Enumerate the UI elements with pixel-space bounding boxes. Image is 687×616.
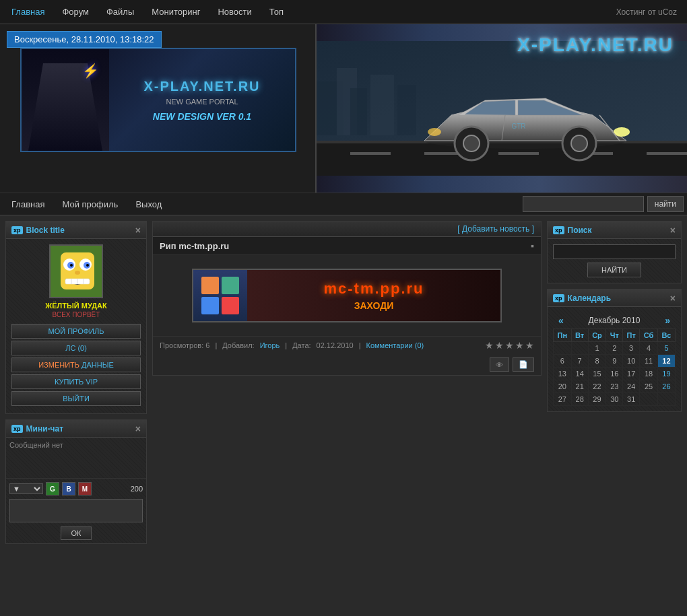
messages-button[interactable]: ЛС (0) <box>11 341 141 355</box>
banner-logo-left <box>193 270 247 321</box>
calendar-day-cell[interactable]: 23 <box>606 380 623 393</box>
search-block-input[interactable] <box>553 244 676 259</box>
sec-nav-logout[interactable]: Выход <box>127 195 170 214</box>
search-input[interactable] <box>523 196 644 212</box>
svg-rect-12 <box>647 152 687 155</box>
svg-rect-36 <box>201 297 219 314</box>
calendar-day-cell[interactable]: 1 <box>588 342 606 355</box>
sec-nav-profile[interactable]: Мой профиль <box>54 195 126 214</box>
chat-ok-button[interactable]: ОК <box>61 526 92 540</box>
sec-nav-home[interactable]: Главная <box>3 195 53 214</box>
left-sidebar: xp Block title × <box>5 221 147 549</box>
search-title-area: xp Поиск <box>553 226 592 235</box>
calendar-day-cell[interactable]: 11 <box>640 355 658 368</box>
chat-language-select[interactable]: ▼ <box>9 483 43 494</box>
calendar-day-cell[interactable]: 28 <box>571 393 588 406</box>
profile-block-content: ЖЁЛТЫЙ МУДАК ВСЕХ ПОРВЁТ МОЙ ПРОФИЛЬ ЛС … <box>6 239 146 413</box>
star-1[interactable]: ★ <box>485 340 494 351</box>
news-edit-button[interactable]: 📄 <box>513 357 534 372</box>
calendar-day-cell[interactable]: 8 <box>588 355 606 368</box>
calendar-close-button[interactable]: × <box>670 293 676 304</box>
calendar-day-cell[interactable]: 25 <box>640 380 658 393</box>
cal-header-mon: Пн <box>554 329 572 342</box>
banner-call-to-action: ЗАХОДИ <box>323 300 424 311</box>
calendar-day-cell[interactable]: 29 <box>588 393 606 406</box>
calendar-day-cell[interactable]: 14 <box>571 368 588 380</box>
calendar-day-cell[interactable]: 17 <box>623 368 640 380</box>
buy-vip-button[interactable]: КУПИТЬ VIP <box>11 374 141 389</box>
news-block: [ Добавить новость ] Рип mc-tm.pp.ru ▪ <box>152 221 542 376</box>
nav-monitoring[interactable]: Мониторинг <box>143 1 208 22</box>
calendar-day-cell[interactable]: 27 <box>554 393 572 406</box>
calendar-days-header-row: Пн Вт Ср Чт Пт Сб Вс <box>554 329 676 342</box>
star-2[interactable]: ★ <box>495 340 504 351</box>
calendar-day-cell[interactable]: 9 <box>606 355 623 368</box>
right-sidebar: xp Поиск × НАЙТИ xp Календарь × « <box>547 221 682 549</box>
news-expand-button[interactable]: ▪ <box>531 240 534 251</box>
minichat-content: Сообщений нет <box>6 438 146 478</box>
minichat-xp-badge: xp <box>11 425 23 433</box>
news-comments-link[interactable]: Комментарии (0) <box>366 341 424 349</box>
search-button[interactable]: найти <box>647 196 684 212</box>
calendar-day-cell[interactable]: 15 <box>588 368 606 380</box>
nav-files[interactable]: Файлы <box>98 1 142 22</box>
calendar-day-cell[interactable]: 24 <box>623 380 640 393</box>
search-block-button[interactable]: НАЙТИ <box>587 263 641 277</box>
site-banner: ⚡ X-PLAY.NET.RU NEW GAME PORTAL NEW DESI… <box>20 48 296 152</box>
sec-nav-links: Главная Мой профиль Выход <box>3 195 170 214</box>
header-right: X-PLAY.NET.RU <box>317 24 687 193</box>
calendar-day-cell[interactable]: 31 <box>623 393 640 406</box>
calendar-day-cell[interactable]: 26 <box>657 380 675 393</box>
calendar-day-cell[interactable]: 30 <box>606 393 623 406</box>
news-separator-2: | <box>285 341 287 349</box>
calendar-prev-button[interactable]: « <box>558 315 564 326</box>
calendar-day-cell[interactable]: 22 <box>588 380 606 393</box>
logout-button[interactable]: ВЫЙТИ <box>11 391 141 406</box>
calendar-day-cell[interactable]: 4 <box>640 342 658 355</box>
svg-point-17 <box>463 135 480 151</box>
calendar-day-cell[interactable]: 12 <box>657 355 675 368</box>
add-news-link[interactable]: [ Добавить новость ] <box>457 224 534 234</box>
search-area: найти <box>523 196 684 212</box>
my-profile-button[interactable]: МОЙ ПРОФИЛЬ <box>11 324 141 339</box>
block-close-button[interactable]: × <box>135 225 141 236</box>
star-5[interactable]: ★ <box>525 340 534 351</box>
calendar-day-cell[interactable]: 18 <box>640 368 658 380</box>
calendar-day-cell[interactable]: 3 <box>623 342 640 355</box>
social-btn-green[interactable]: G <box>46 482 59 495</box>
calendar-day-cell[interactable]: 7 <box>571 355 588 368</box>
nav-top[interactable]: Топ <box>261 1 292 22</box>
calendar-day-cell <box>571 342 588 355</box>
windows-logo-svg <box>200 275 240 316</box>
calendar-xp-badge: xp <box>553 294 564 302</box>
svg-rect-5 <box>397 85 416 135</box>
star-3[interactable]: ★ <box>505 340 514 351</box>
calendar-day-cell[interactable]: 5 <box>657 342 675 355</box>
calendar-day-cell[interactable]: 13 <box>554 368 572 380</box>
nav-home[interactable]: Главная <box>3 1 53 22</box>
calendar-day-cell[interactable]: 19 <box>657 368 675 380</box>
news-author-link[interactable]: Игорь <box>260 341 280 349</box>
minichat-close-button[interactable]: × <box>135 423 141 434</box>
calendar-day-cell[interactable]: 20 <box>554 380 572 393</box>
nav-news[interactable]: Новости <box>209 1 259 22</box>
search-close-button[interactable]: × <box>670 225 676 236</box>
chat-input[interactable] <box>9 499 143 522</box>
calendar-next-button[interactable]: » <box>665 315 670 326</box>
news-banner-container: mc-tm.pp.ru ЗАХОДИ <box>153 255 541 336</box>
social-btn-blue[interactable]: В <box>62 482 75 495</box>
social-btn-red[interactable]: M <box>78 482 92 495</box>
nav-forum[interactable]: Форум <box>54 1 97 22</box>
news-banner: mc-tm.pp.ru ЗАХОДИ <box>192 269 502 322</box>
calendar-day-cell[interactable]: 16 <box>606 368 623 380</box>
calendar-day-cell[interactable]: 21 <box>571 380 588 393</box>
star-4[interactable]: ★ <box>515 340 524 351</box>
svg-point-28 <box>86 264 89 267</box>
svg-rect-10 <box>498 152 539 155</box>
hosting-label: Хостинг от uCoz <box>616 7 684 17</box>
calendar-day-cell[interactable]: 6 <box>554 355 572 368</box>
news-view-button[interactable]: 👁 <box>490 357 509 372</box>
calendar-day-cell[interactable]: 10 <box>623 355 640 368</box>
edit-data-button[interactable]: ИЗМЕНИТЬ ДАННЫЕ <box>11 357 141 372</box>
calendar-day-cell[interactable]: 2 <box>606 342 623 355</box>
